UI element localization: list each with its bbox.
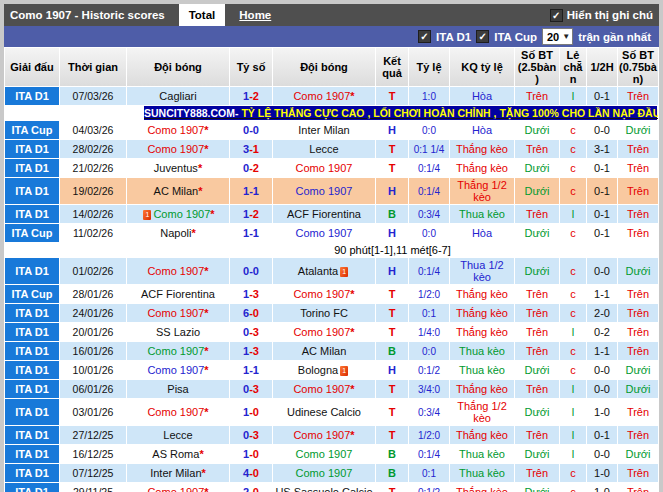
odds-cell: 1/4:0 bbox=[409, 323, 449, 341]
over-under-075-text: Dưới bbox=[626, 265, 651, 277]
match-count-select[interactable]: 20 ▼ bbox=[542, 28, 573, 45]
odd-even-cell: l bbox=[560, 399, 586, 425]
score-cell: 1-0 bbox=[230, 399, 272, 425]
over-under-25-cell: Dưới bbox=[515, 361, 559, 379]
filter-ita-cup-checkbox[interactable] bbox=[476, 30, 489, 43]
over-under-075-cell: Dưới bbox=[618, 380, 658, 398]
odd-even-text: c bbox=[570, 227, 576, 239]
odds-result-cell: Thua kèo bbox=[450, 342, 514, 360]
odds-result-text: Thắng kèo bbox=[456, 143, 508, 155]
promo-banner-link[interactable]: SUNCITY888.COM- TỶ LỆ THẮNG CỰC CAO , LỐ… bbox=[144, 106, 657, 120]
league-badge: ITA Cup bbox=[5, 121, 59, 139]
over-under-25-cell: Trên bbox=[515, 205, 559, 223]
column-header: Lẻ chẵn bbox=[560, 48, 586, 86]
odds-result-cell: Thắng kèo bbox=[450, 304, 514, 322]
score-cell: 6-0 bbox=[230, 304, 272, 322]
team-name: Como 1907 bbox=[296, 162, 353, 174]
over-under-25-cell: Trên bbox=[515, 140, 559, 158]
match-row: ITA Cup28/01/26ACF Fiorentina1-3Como 190… bbox=[5, 285, 658, 303]
result-letter: H bbox=[388, 227, 396, 239]
away-goals: -1 bbox=[249, 143, 259, 155]
home-team-cell: Como 1907* bbox=[127, 483, 229, 492]
odd-even-text: c bbox=[570, 467, 576, 479]
home-team-cell: Como 1907* bbox=[127, 361, 229, 379]
date-cell: 16/01/26 bbox=[60, 342, 126, 360]
team-name: Como 1907 bbox=[296, 227, 353, 239]
halftime-score-cell: 1-1 bbox=[587, 285, 617, 303]
over-under-25-cell: Dưới bbox=[515, 258, 559, 284]
over-under-25-cell: Dưới bbox=[515, 399, 559, 425]
result-letter: H bbox=[388, 185, 396, 197]
score-cell: 1-2 bbox=[230, 87, 272, 105]
tab-total[interactable]: Total bbox=[179, 4, 226, 26]
home-away-star: * bbox=[204, 143, 208, 155]
odds-result-cell: Thua kèo bbox=[450, 205, 514, 223]
over-under-25-cell: Trên bbox=[515, 380, 559, 398]
filter-ita-d1-checkbox[interactable] bbox=[418, 30, 431, 43]
over-under-25-text: Dưới bbox=[525, 227, 550, 239]
odds-result-cell: Thắng 1/2 kèo bbox=[450, 399, 514, 425]
match-row: ITA Cup04/03/26Como 1907*0-0Inter MilanH… bbox=[5, 121, 658, 139]
away-goals: -0 bbox=[249, 486, 259, 492]
away-goals: -1 bbox=[249, 364, 259, 376]
home-away-star: * bbox=[350, 383, 354, 395]
home-away-star: * bbox=[204, 486, 208, 492]
historic-scores-widget: Como 1907 - Historic scores Total Home H… bbox=[4, 4, 659, 488]
result-cell: T bbox=[376, 380, 408, 398]
team-name: Udinese Calcio bbox=[287, 406, 361, 418]
away-team-cell: Como 1907* bbox=[273, 380, 375, 398]
team-name: Juventus bbox=[154, 162, 198, 174]
away-goals: -2 bbox=[249, 208, 259, 220]
result-cell: T bbox=[376, 399, 408, 425]
odd-even-text: l bbox=[572, 90, 574, 102]
score-cell: 0-3 bbox=[230, 323, 272, 341]
away-team-cell: Torino FC bbox=[273, 304, 375, 322]
odds-cell: 0:0 bbox=[409, 121, 449, 139]
odds-cell: 0:3/4 bbox=[409, 399, 449, 425]
odds-result-cell: Thắng kèo bbox=[450, 323, 514, 341]
away-team-cell: ACF Fiorentina bbox=[273, 205, 375, 223]
odds-result-cell: Thua kèo bbox=[450, 361, 514, 379]
promo-banner-text: TỶ LỆ THẮNG CỰC CAO , LỐI CHƠI HOÀN CHỈN… bbox=[239, 107, 658, 119]
odds-cell: 1:0 bbox=[409, 87, 449, 105]
show-notes-checkbox[interactable] bbox=[550, 9, 563, 22]
over-under-075-text: Trên bbox=[627, 208, 649, 220]
team-name: Como 1907 bbox=[293, 288, 350, 300]
team-name: Napoli bbox=[160, 227, 191, 239]
away-team-cell: Atalanta1 bbox=[273, 258, 375, 284]
result-letter: H bbox=[388, 364, 396, 376]
home-team-cell: ACF Fiorentina bbox=[127, 285, 229, 303]
column-header: KQ tỷ lệ bbox=[450, 48, 514, 86]
match-row: ITA D103/01/26Como 1907*1-0Udinese Calci… bbox=[5, 399, 658, 425]
match-row: ITA D128/02/26Como 1907*3-1LecceT0:1 1/4… bbox=[5, 140, 658, 158]
column-header: Đội bóng bbox=[273, 48, 375, 86]
over-under-075-text: Dưới bbox=[626, 448, 651, 460]
over-under-25-cell: Trên bbox=[515, 342, 559, 360]
over-under-25-text: Trên bbox=[526, 90, 548, 102]
score-cell: 1-1 bbox=[230, 178, 272, 204]
odds-result-cell: Hòa bbox=[450, 224, 514, 242]
result-letter: T bbox=[389, 326, 396, 338]
odd-even-cell: c bbox=[560, 140, 586, 158]
date-cell: 11/02/26 bbox=[60, 224, 126, 242]
match-row: ITA D127/12/25Lecce0-3Como 1907*T1/2:0Th… bbox=[5, 426, 658, 444]
away-goals: -0 bbox=[249, 124, 259, 136]
over-under-25-text: Trên bbox=[526, 383, 548, 395]
halftime-score-cell: 0-0 bbox=[587, 445, 617, 463]
filter-ita-d1-label: ITA D1 bbox=[436, 31, 471, 43]
team-name: Como 1907 bbox=[296, 185, 353, 197]
over-under-075-cell: Trên bbox=[618, 483, 658, 492]
tab-home[interactable]: Home bbox=[239, 9, 271, 21]
home-away-star: * bbox=[350, 429, 354, 441]
odd-even-cell: l bbox=[560, 426, 586, 444]
historic-scores-table: Giải đấuThời gianĐội bóngTỷ sốĐội bóngKế… bbox=[4, 47, 659, 492]
home-away-star: * bbox=[204, 307, 208, 319]
over-under-25-cell: Dưới bbox=[515, 159, 559, 177]
over-under-25-cell: Dưới bbox=[515, 224, 559, 242]
odds-result-text: Thắng kèo bbox=[456, 383, 508, 395]
odd-even-cell: l bbox=[560, 380, 586, 398]
away-team-cell: Como 1907* bbox=[273, 87, 375, 105]
odd-even-cell: c bbox=[560, 224, 586, 242]
odd-even-cell: c bbox=[560, 121, 586, 139]
halftime-score-cell: 0-1 bbox=[587, 178, 617, 204]
